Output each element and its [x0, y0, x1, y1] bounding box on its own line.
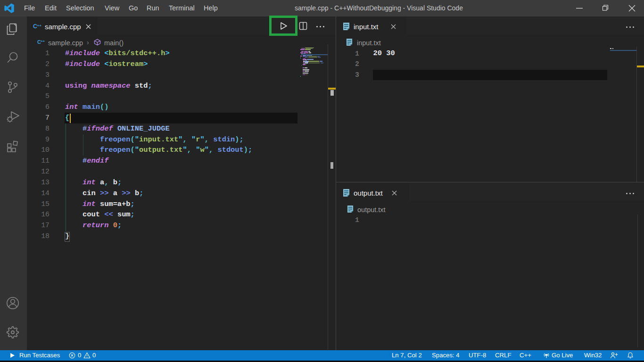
svg-text:++: ++: [37, 24, 42, 28]
svg-text:++: ++: [41, 40, 45, 43]
